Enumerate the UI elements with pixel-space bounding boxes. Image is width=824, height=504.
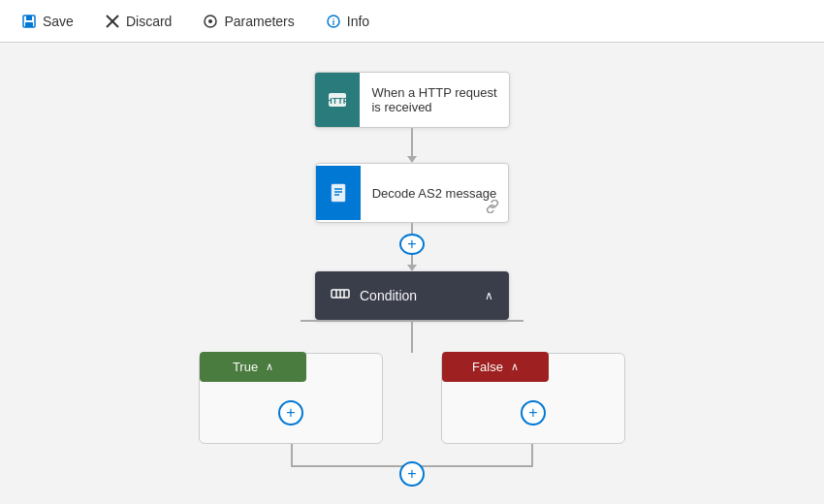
http-request-node[interactable]: HTTP When a HTTP request is received: [314, 72, 509, 128]
parameters-button[interactable]: Parameters: [197, 10, 300, 33]
false-chevron-icon: ∧: [511, 361, 519, 373]
false-label: False: [472, 360, 503, 374]
parameters-label: Parameters: [224, 14, 294, 29]
true-branch-header[interactable]: True ∧: [200, 352, 306, 382]
http-request-label: When a HTTP request is received: [360, 78, 508, 122]
decode-as2-node[interactable]: Decode AS2 message: [315, 163, 510, 223]
parameters-icon: [203, 14, 218, 29]
condition-vline: [411, 320, 413, 353]
http-request-icon: HTTP: [315, 73, 360, 127]
info-button[interactable]: i Info: [320, 10, 375, 33]
connector-line-2b: [411, 255, 413, 265]
arrow-1: [407, 156, 417, 163]
svg-text:i: i: [332, 17, 334, 27]
true-label: True: [233, 360, 258, 374]
add-after-condition-button[interactable]: +: [399, 461, 425, 487]
condition-label: Condition: [360, 288, 475, 303]
svg-rect-2: [25, 22, 33, 27]
branch-hline: [301, 320, 523, 322]
svg-point-6: [208, 19, 212, 23]
add-step-button-1[interactable]: +: [399, 234, 425, 255]
save-icon: [21, 14, 37, 29]
toolbar: Save Discard Parameters i Info: [0, 0, 824, 43]
false-branch-box: False ∧ +: [441, 353, 625, 444]
svg-text:HTTP: HTTP: [327, 96, 350, 106]
save-button[interactable]: Save: [16, 10, 79, 33]
add-false-step-button[interactable]: +: [521, 400, 546, 425]
svg-rect-11: [332, 184, 345, 202]
add-true-step-button[interactable]: +: [278, 400, 303, 425]
condition-chevron-icon: ∧: [485, 289, 493, 302]
condition-node[interactable]: Condition ∧: [315, 271, 509, 320]
false-vline-bottom: [531, 444, 533, 465]
arrow-2: [407, 265, 417, 271]
true-vline-bottom: [291, 444, 293, 465]
true-branch-box: True ∧ +: [199, 353, 383, 444]
true-chevron-icon: ∧: [266, 361, 273, 373]
save-label: Save: [43, 14, 74, 29]
false-branch: False ∧ +: [441, 353, 625, 444]
false-branch-header[interactable]: False ∧: [442, 352, 549, 382]
flow-canvas: HTTP When a HTTP request is received Dec…: [0, 43, 824, 504]
connector-line-1: [411, 128, 413, 156]
decode-as2-icon: [316, 166, 361, 220]
link-icon: [485, 200, 500, 216]
discard-label: Discard: [126, 14, 172, 29]
condition-icon: [331, 285, 350, 306]
svg-rect-1: [26, 16, 32, 20]
true-branch-content: +: [263, 383, 319, 443]
info-label: Info: [347, 14, 369, 29]
true-branch: True ∧ +: [199, 353, 383, 444]
info-icon: i: [326, 14, 341, 29]
connector-line-2a: [411, 223, 413, 234]
discard-button[interactable]: Discard: [99, 10, 177, 33]
false-branch-content: +: [505, 383, 561, 443]
discard-icon: [105, 14, 120, 29]
